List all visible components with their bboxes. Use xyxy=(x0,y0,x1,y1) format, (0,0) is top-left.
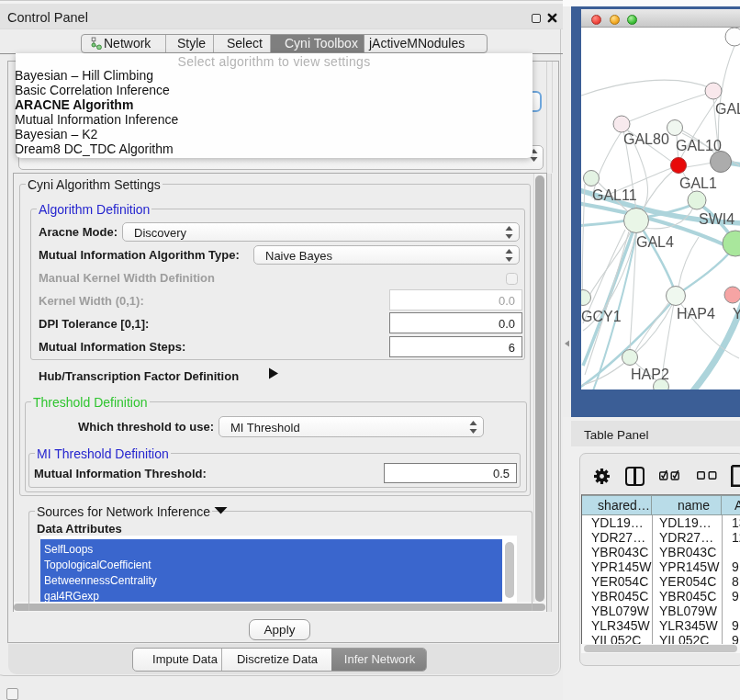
svg-text:SWI4: SWI4 xyxy=(699,211,734,227)
svg-text:GAL80: GAL80 xyxy=(623,131,669,147)
svg-text:GAL1: GAL1 xyxy=(679,175,717,191)
svg-text:HAP2: HAP2 xyxy=(631,367,669,382)
svg-text:GAL: GAL xyxy=(715,101,740,117)
svg-text:Y: Y xyxy=(733,306,740,322)
svg-text:GCY1: GCY1 xyxy=(581,309,622,324)
svg-text:HAP4: HAP4 xyxy=(677,306,715,322)
svg-text:GAL11: GAL11 xyxy=(592,187,637,203)
svg-text:GAL4: GAL4 xyxy=(636,234,674,250)
svg-text:GAL10: GAL10 xyxy=(676,138,722,153)
